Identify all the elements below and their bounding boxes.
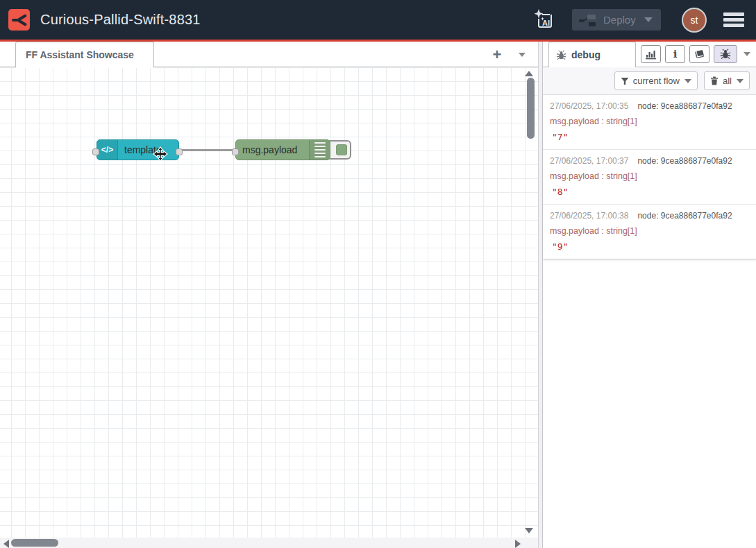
flow-workspace: FF Assistant Showcase + </> template msg…	[0, 42, 538, 548]
ai-sparkle-icon: AI	[532, 8, 556, 32]
horizontal-scroll-right-arrow[interactable]	[515, 540, 521, 548]
debug-input-port[interactable]	[232, 148, 239, 155]
dashboard-tab-button[interactable]	[641, 45, 661, 63]
wire-template-to-debug[interactable]	[179, 149, 235, 151]
debug-message-list: 27/06/2025, 17:00:35 node: 9cea886877e0f…	[543, 95, 756, 259]
debug-output-icon	[309, 140, 330, 160]
filter-funnel-icon	[621, 77, 629, 85]
message-node-id: node: 9cea886877e0fa92	[637, 211, 732, 221]
workspace-tabbar: FF Assistant Showcase +	[0, 42, 538, 67]
bug-icon	[720, 49, 731, 60]
debug-message[interactable]: 27/06/2025, 17:00:37 node: 9cea886877e0f…	[543, 150, 756, 205]
logo-branch-glyph	[12, 12, 27, 28]
vertical-scrollbar-thumb[interactable]	[527, 78, 535, 139]
main-menu-button[interactable]	[723, 10, 744, 29]
debug-message[interactable]: 27/06/2025, 17:00:35 node: 9cea886877e0f…	[543, 95, 756, 150]
debug-tab-label: debug	[571, 49, 600, 60]
template-input-port[interactable]	[92, 148, 99, 155]
debug-filter-button[interactable]: current flow	[614, 71, 698, 90]
add-flow-button[interactable]: +	[485, 43, 509, 67]
move-cursor-icon	[153, 146, 168, 162]
deploy-button-label: Deploy	[603, 14, 636, 26]
ai-assistant-button[interactable]: AI	[532, 8, 557, 33]
message-timestamp: 27/06/2025, 17:00:35	[550, 101, 628, 111]
bar-chart-icon	[645, 49, 657, 60]
vertical-scroll-up-arrow[interactable]	[525, 71, 533, 76]
deploy-icon	[578, 12, 596, 28]
message-property[interactable]: msg.payload : string[1]	[550, 226, 749, 236]
hamburger-icon	[723, 12, 744, 16]
message-property[interactable]: msg.payload : string[1]	[550, 171, 749, 181]
clear-button-label: all	[723, 76, 732, 86]
message-value: "9"	[550, 241, 749, 252]
horizontal-scrollbar-track[interactable]	[0, 538, 538, 548]
book-icon	[694, 49, 705, 60]
flow-list-caret-icon[interactable]	[519, 53, 526, 57]
debug-message[interactable]: 27/06/2025, 17:00:38 node: 9cea886877e0f…	[543, 205, 756, 259]
trash-icon	[710, 76, 719, 85]
message-property[interactable]: msg.payload : string[1]	[550, 117, 749, 126]
code-icon: </>	[97, 140, 118, 160]
filter-button-label: current flow	[633, 76, 680, 86]
user-avatar[interactable]: st	[682, 8, 707, 33]
bug-icon	[556, 50, 566, 60]
horizontal-scroll-left-arrow[interactable]	[3, 540, 9, 548]
tab-debug[interactable]: debug	[548, 42, 636, 67]
tab-ff-assistant-showcase[interactable]: FF Assistant Showcase	[15, 42, 154, 67]
message-value: "7"	[550, 132, 749, 142]
flow-canvas[interactable]: </> template msg.payload	[0, 67, 538, 548]
info-icon: i	[673, 49, 678, 60]
debug-node-label: msg.payload	[236, 144, 297, 155]
deploy-options-caret-icon[interactable]	[644, 17, 653, 22]
deploy-button[interactable]: Deploy	[572, 9, 661, 31]
avatar-initials: st	[691, 15, 698, 26]
horizontal-scrollbar-thumb[interactable]	[11, 539, 58, 547]
debug-tab-button[interactable]	[714, 45, 737, 63]
debug-clear-button[interactable]: all	[704, 71, 750, 90]
template-output-port[interactable]	[176, 148, 183, 155]
sidebar-tabbar: debug i	[543, 42, 756, 67]
flow-tab-label: FF Assistant Showcase	[26, 49, 134, 60]
debug-sidebar: debug i	[543, 42, 756, 548]
message-value: "8"	[550, 187, 749, 197]
message-timestamp: 27/06/2025, 17:00:38	[550, 211, 628, 221]
message-node-id: node: 9cea886877e0fa92	[637, 156, 732, 166]
debug-toolbar: current flow all	[543, 67, 756, 95]
header-bar: Curious-Pallid-Swift-8831 AI Deploy st	[0, 0, 756, 40]
debug-toggle-state-icon	[336, 144, 347, 155]
flowfuse-logo-icon[interactable]	[8, 9, 30, 31]
sidebar-tabs-caret-icon[interactable]	[744, 52, 750, 56]
svg-text:AI: AI	[542, 19, 550, 27]
info-tab-button[interactable]: i	[665, 45, 685, 63]
message-timestamp: 27/06/2025, 17:00:37	[550, 156, 628, 166]
vertical-scroll-down-arrow[interactable]	[525, 528, 533, 533]
sidebar-resize-handle[interactable]	[538, 42, 543, 548]
filter-caret-icon	[684, 79, 691, 83]
page-title: Curious-Pallid-Swift-8831	[40, 12, 201, 28]
clear-caret-icon	[737, 79, 744, 83]
help-tab-button[interactable]	[689, 45, 709, 63]
message-node-id: node: 9cea886877e0fa92	[637, 101, 732, 111]
node-msg-payload[interactable]: msg.payload	[235, 139, 330, 160]
